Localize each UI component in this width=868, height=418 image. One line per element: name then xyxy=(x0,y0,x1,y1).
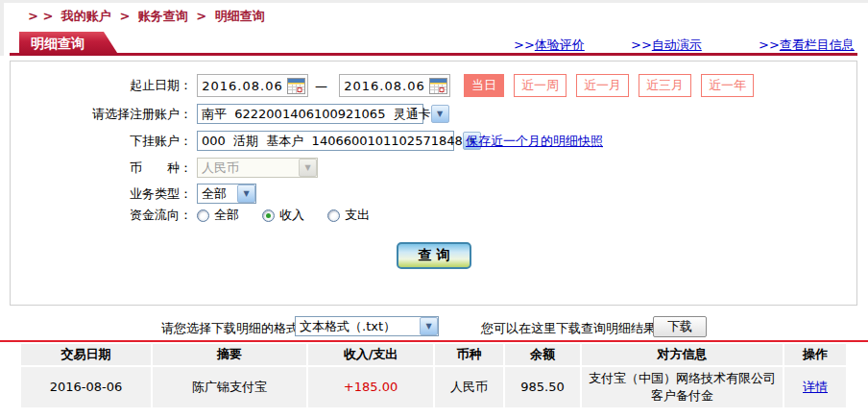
cell-currency: 人民币 xyxy=(435,367,503,407)
currency-value: 人民币 xyxy=(198,160,299,177)
breadcrumb-item-account-query[interactable]: 账务查询 xyxy=(138,9,188,23)
fund-flow-radio-expense[interactable] xyxy=(327,209,340,222)
breadcrumb-separator: > xyxy=(196,9,206,23)
column-header-summary: 摘要 xyxy=(153,344,306,365)
table-row: 2016-08-06 陈广锦支付宝 +185.00 人民币 985.50 支付宝… xyxy=(21,367,847,407)
download-format-select[interactable]: 文本格式（.txt） ▼ xyxy=(295,316,439,336)
business-type-row: 业务类型： 全部 ▼ xyxy=(0,184,864,204)
cell-action: 详情 xyxy=(784,367,846,407)
currency-select: 人民币 ▼ xyxy=(197,158,318,178)
fund-flow-option-all-label[interactable]: 全部 xyxy=(214,207,239,224)
breadcrumb-item-detail-query[interactable]: 明细查询 xyxy=(215,9,265,23)
column-header-counterparty: 对方信息 xyxy=(582,344,783,365)
double-arrow-icon: >> xyxy=(759,37,780,52)
business-type-select[interactable]: 全部 ▼ xyxy=(197,184,256,204)
download-hint: 您可以在这里下载查询明细结果 xyxy=(481,320,656,337)
cell-summary: 陈广锦支付宝 xyxy=(153,367,306,407)
link-auto-demo[interactable]: >>自动演示 xyxy=(631,37,702,54)
date-range-row: 起止日期： 2016.08.06 — 2016.08.06 xyxy=(0,74,864,97)
column-header-date: 交易日期 xyxy=(21,344,151,365)
quick-range-year-button[interactable]: 近一年 xyxy=(701,74,754,97)
column-header-balance: 余额 xyxy=(505,344,580,365)
date-range-dash: — xyxy=(315,79,327,93)
sub-account-select[interactable]: 000 活期 基本户 1406600101102571848 ▼ xyxy=(197,131,454,151)
cell-balance: 985.50 xyxy=(505,367,580,407)
quick-range-3months-button[interactable]: 近三月 xyxy=(639,74,691,97)
chevron-down-icon[interactable]: ▼ xyxy=(237,184,255,203)
column-header-action: 操作 xyxy=(784,344,846,365)
tab-label: 明细查询 xyxy=(31,36,84,53)
cell-amount: +185.00 xyxy=(308,367,433,407)
currency-label: 币 种： xyxy=(0,160,192,177)
query-button-row: 查 询 xyxy=(0,242,868,269)
link-view-column-info[interactable]: >>查看栏目信息 xyxy=(759,37,855,54)
column-header-amount: 收入/支出 xyxy=(308,344,433,365)
quick-range-week-button[interactable]: 近一周 xyxy=(514,74,567,97)
registered-account-select[interactable]: 南平 6222001406100921065 灵通卡 ▼ xyxy=(197,104,423,124)
table-top-line xyxy=(0,340,868,342)
calendar-icon[interactable] xyxy=(429,78,447,94)
quick-range-today-button[interactable]: 当日 xyxy=(464,74,504,97)
breadcrumb-arrows-icon: > > xyxy=(28,9,53,23)
download-format-value: 文本格式（.txt） xyxy=(296,318,420,335)
end-date-input[interactable]: 2016.08.06 xyxy=(339,74,450,97)
page-top-edge xyxy=(0,0,868,3)
query-button[interactable]: 查 询 xyxy=(397,242,471,269)
breadcrumb: > > 我的账户 > 账务查询 > 明细查询 xyxy=(24,8,265,25)
double-arrow-icon: >> xyxy=(514,37,535,52)
tab-detail-query[interactable]: 明细查询 xyxy=(19,32,119,56)
table-header-row: 交易日期 摘要 收入/支出 币种 余额 对方信息 操作 xyxy=(21,344,847,365)
calendar-icon[interactable] xyxy=(287,78,305,94)
link-experience-review[interactable]: >>体验评价 xyxy=(514,37,585,54)
double-arrow-icon: >> xyxy=(631,37,652,52)
sub-account-label: 下挂账户： xyxy=(0,133,192,150)
sub-account-value: 000 活期 基本户 1406600101102571848 xyxy=(198,133,463,150)
quick-range-month-button[interactable]: 近一月 xyxy=(576,74,629,97)
fund-flow-row: 资金流向： 全部 收入 支出 xyxy=(0,207,864,224)
fund-flow-option-income-label[interactable]: 收入 xyxy=(279,207,304,224)
column-header-currency: 币种 xyxy=(435,344,503,365)
fund-flow-option-expense-label[interactable]: 支出 xyxy=(345,207,370,224)
save-snapshot-link[interactable]: 保存近一个月的明细快照 xyxy=(466,133,603,150)
detail-link[interactable]: 详情 xyxy=(803,379,828,396)
registered-account-row: 请选择注册账户： 南平 6222001406100921065 灵通卡 ▼ xyxy=(0,104,864,124)
sub-account-row: 下挂账户： 000 活期 基本户 1406600101102571848 ▼ 保… xyxy=(0,131,864,151)
end-date-value: 2016.08.06 xyxy=(340,79,429,93)
page-left-edge xyxy=(0,0,4,56)
chevron-down-icon: ▼ xyxy=(299,159,317,177)
currency-row: 币 种： 人民币 ▼ xyxy=(0,158,864,178)
start-date-value: 2016.08.06 xyxy=(198,79,287,93)
fund-flow-label: 资金流向： xyxy=(0,207,192,224)
cell-counterparty: 支付宝（中国）网络技术有限公司客户备付金 xyxy=(582,367,783,407)
business-type-value: 全部 xyxy=(198,185,237,203)
fund-flow-radio-all[interactable] xyxy=(197,209,209,222)
date-range-label: 起止日期： xyxy=(0,77,192,94)
download-button[interactable]: 下载 xyxy=(653,316,707,337)
business-type-label: 业务类型： xyxy=(0,185,192,203)
chevron-down-icon[interactable]: ▼ xyxy=(420,317,438,335)
breadcrumb-separator: > xyxy=(119,9,130,23)
registered-account-value: 南平 6222001406100921065 灵通卡 xyxy=(198,106,431,123)
chevron-down-icon[interactable]: ▼ xyxy=(431,105,449,123)
registered-account-label: 请选择注册账户： xyxy=(0,106,192,123)
tab-underline xyxy=(10,53,857,56)
download-format-label: 请您选择下载明细的格式 xyxy=(161,320,299,337)
start-date-input[interactable]: 2016.08.06 xyxy=(197,74,308,97)
detail-query-page: > > 我的账户 > 账务查询 > 明细查询 明细查询 >>体验评价 >>自动演… xyxy=(0,0,868,418)
cell-date: 2016-08-06 xyxy=(21,367,151,407)
results-table: 交易日期 摘要 收入/支出 币种 余额 对方信息 操作 2016-08-06 陈… xyxy=(21,344,847,407)
fund-flow-radio-income[interactable] xyxy=(262,209,275,222)
breadcrumb-item-my-account[interactable]: 我的账户 xyxy=(61,9,111,23)
